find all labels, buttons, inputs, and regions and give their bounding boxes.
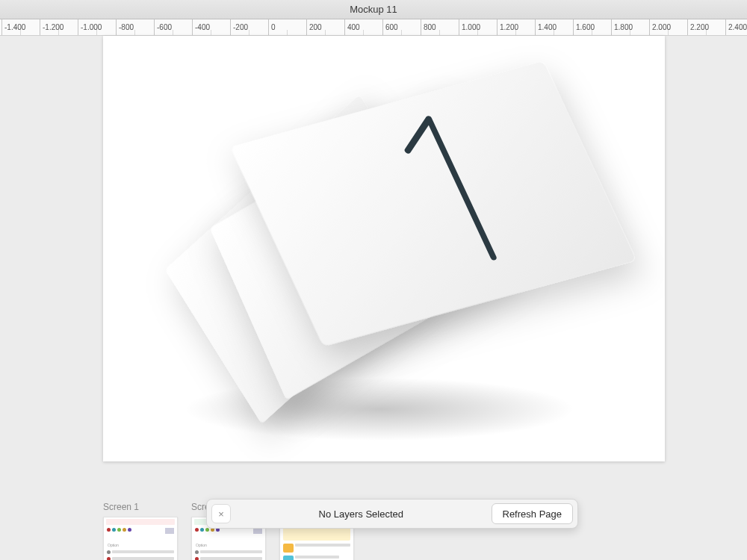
refresh-page-label: Refresh Page — [503, 508, 562, 520]
screen-item[interactable]: Screen 1 Option — [103, 502, 178, 560]
screen-label: Screen 1 — [103, 502, 178, 512]
mockup-illustration — [103, 36, 665, 461]
ruler-tick: -1.000 — [78, 19, 102, 35]
ruler-tick: 600 — [382, 19, 398, 35]
window-title: Mockup 11 — [350, 4, 397, 15]
notification-bar: × No Layers Selected Refresh Page — [206, 499, 578, 529]
close-button[interactable]: × — [211, 504, 231, 523]
screen-thumbnail[interactable]: Option — [103, 517, 178, 560]
close-icon: × — [218, 508, 224, 520]
ruler-tick: 2.400 — [725, 19, 747, 35]
ruler-tick: -200 — [230, 19, 248, 35]
ruler-tick: 400 — [344, 19, 360, 35]
ruler-tick: 800 — [421, 19, 436, 35]
artboard[interactable] — [103, 36, 665, 461]
canvas-area[interactable]: Screen 1 Option Screen 2 Option — [0, 36, 747, 560]
ruler-tick: 200 — [306, 19, 322, 35]
refresh-page-button[interactable]: Refresh Page — [492, 503, 574, 524]
ruler-tick: 0 — [268, 19, 276, 35]
ruler-tick: -600 — [154, 19, 172, 35]
ruler-tick: -400 — [192, 19, 210, 35]
ruler-tick: -1.400 — [1, 19, 25, 35]
window-titlebar: Mockup 11 — [0, 0, 747, 19]
ruler-tick: -800 — [116, 19, 134, 35]
ruler-tick: -1.200 — [40, 19, 63, 35]
notification-message: No Layers Selected — [240, 508, 483, 520]
ruler[interactable]: -1.400-1.200-1.000-800-600-400-200020040… — [0, 19, 747, 36]
